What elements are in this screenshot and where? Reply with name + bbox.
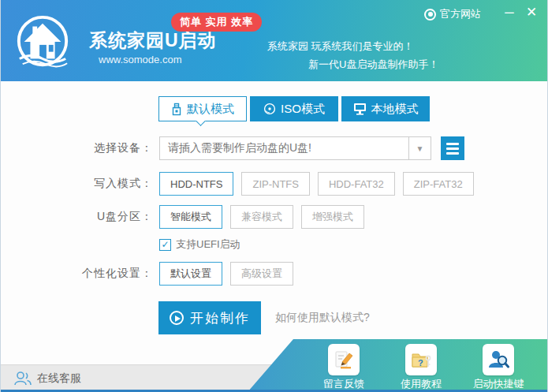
app-window: 系统家园U启动 www.somode.com 简单 实用 效率 系统家园 玩系统…	[0, 0, 548, 392]
feature-badge: 简单 实用 效率	[171, 13, 262, 32]
tab-label: 本地模式	[371, 102, 419, 117]
write-mode-row: 写入模式： HDD-NTFS ZIP-NTFS HDD-FAT32 ZIP-FA…	[1, 172, 482, 196]
disc-icon	[263, 103, 276, 115]
slogan: 系统家园 玩系统我们是专业的！ 新一代U盘启动盘制作助手！	[267, 37, 438, 73]
tab-local-mode[interactable]: 本地模式	[341, 96, 430, 121]
tab-label: ISO模式	[281, 102, 325, 117]
start-button-label: 开始制作	[190, 309, 250, 327]
write-mode-hdd-fat32[interactable]: HDD-FAT32	[318, 172, 395, 196]
official-site-label: 官方网站	[440, 7, 481, 21]
partition-label: U盘分区：	[1, 210, 153, 224]
website-url: www.somode.com	[99, 54, 181, 65]
mode-tabs: 默认模式 ISO模式 本地模式	[158, 96, 430, 121]
device-label: 选择设备：	[1, 141, 153, 155]
app-logo-icon	[12, 13, 73, 71]
tutorial-folder-icon: ?	[405, 344, 437, 375]
personalization-label: 个性化设置：	[1, 267, 153, 281]
usb-icon	[171, 103, 182, 116]
menu-icon	[446, 143, 459, 145]
settings-default[interactable]: 默认设置	[159, 262, 222, 286]
minimize-button[interactable]: ─	[500, 3, 519, 22]
partition-compat-mode[interactable]: 兼容模式	[230, 205, 293, 229]
uefi-checkbox[interactable]: ✓ 支持UEFI启动	[159, 237, 240, 252]
device-row: 选择设备： 请插入需要制作启动盘的U盘! ▼	[1, 136, 464, 160]
online-service-label: 在线客服	[37, 371, 81, 386]
personalization-row: 个性化设置： 默认设置 高级设置	[1, 262, 301, 286]
device-menu-button[interactable]	[441, 136, 464, 160]
start-button[interactable]: 开始制作	[158, 301, 261, 334]
write-mode-zip-fat32[interactable]: ZIP-FAT32	[403, 172, 474, 196]
device-select-value: 请插入需要制作启动盘的U盘!	[160, 141, 408, 155]
close-button[interactable]: ✕	[522, 3, 541, 22]
uefi-label: 支持UEFI启动	[176, 237, 240, 252]
write-mode-hdd-ntfs[interactable]: HDD-NTFS	[159, 172, 233, 196]
tab-default-mode[interactable]: 默认模式	[158, 96, 247, 121]
boot-hotkey-button[interactable]: 启动快捷键	[465, 344, 531, 391]
official-site-link[interactable]: 官方网站	[424, 7, 481, 21]
tab-iso-mode[interactable]: ISO模式	[250, 96, 338, 121]
write-mode-zip-ntfs[interactable]: ZIP-NTFS	[241, 172, 310, 196]
partition-row: U盘分区： 智能模式 兼容模式 增强模式	[1, 205, 372, 229]
footer-shortcut-panel: 留言反馈 ? 使用教程	[248, 339, 547, 392]
hotkey-search-person-icon	[483, 344, 514, 375]
slogan-line2: 新一代U盘启动盘制作助手！	[267, 55, 438, 73]
app-title: 系统家园U启动	[89, 28, 217, 53]
partition-enhanced-mode[interactable]: 增强模式	[301, 205, 364, 229]
play-icon	[170, 311, 184, 325]
device-select[interactable]: 请插入需要制作启动盘的U盘! ▼	[159, 136, 431, 160]
customer-service-icon	[13, 371, 32, 386]
online-service-link[interactable]: 在线客服	[13, 371, 81, 386]
feedback-button[interactable]: 留言反馈	[311, 344, 377, 391]
svg-text:?: ?	[418, 358, 423, 368]
feedback-pencil-icon	[328, 344, 360, 375]
settings-advanced[interactable]: 高级设置	[230, 262, 293, 286]
write-mode-label: 写入模式：	[1, 177, 153, 191]
checkbox-checked-icon: ✓	[159, 239, 171, 251]
globe-icon	[424, 9, 436, 21]
start-row: 开始制作 如何使用默认模式?	[158, 301, 370, 334]
tab-label: 默认模式	[187, 102, 234, 117]
help-link[interactable]: 如何使用默认模式?	[275, 311, 370, 325]
partition-smart-mode[interactable]: 智能模式	[159, 205, 222, 229]
monitor-icon	[353, 103, 367, 115]
slogan-line1: 系统家园 玩系统我们是专业的！	[267, 37, 438, 55]
chevron-down-icon: ▼	[408, 137, 431, 159]
tutorial-button[interactable]: ? 使用教程	[388, 344, 454, 391]
header: 系统家园U启动 www.somode.com 简单 实用 效率 系统家园 玩系统…	[1, 0, 548, 81]
